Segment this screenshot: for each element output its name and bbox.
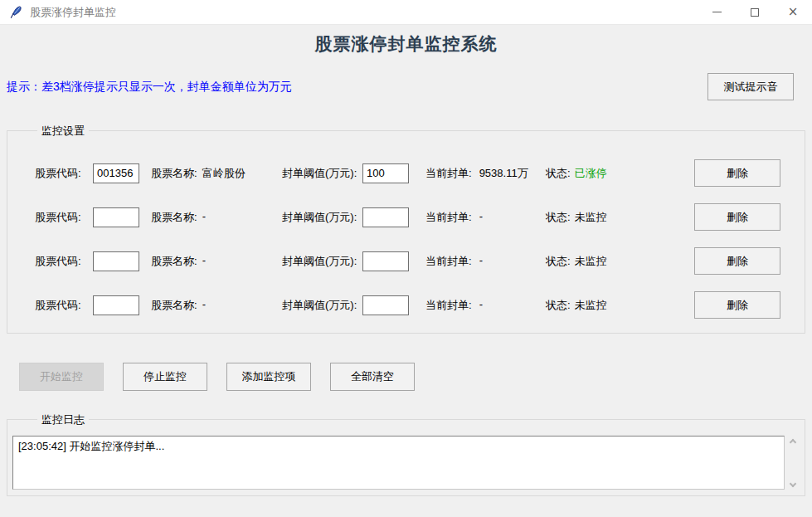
stock-code-label: 股票代码: [35,298,93,313]
monitor-log-label: 监控日志 [37,412,89,427]
monitor-row-4: 股票代码: 股票名称: - 封单阈值(万元): 当前封单: - 状态: 未监控 … [7,283,805,327]
status-value: 未监控 [575,254,607,269]
window-title: 股票涨停封单监控 [30,5,116,20]
status-field: 状态: 未监控 [546,210,607,225]
minimize-icon[interactable] [698,0,736,24]
python-feather-icon [9,6,22,19]
stop-monitor-button[interactable]: 停止监控 [123,363,207,391]
status-field: 状态: 未监控 [546,298,607,313]
status-field: 状态: 已涨停 [546,166,607,181]
current-order-label: 当前封单: [425,254,472,269]
stock-name-value: - [202,254,206,269]
status-value: 已涨停 [575,166,607,181]
close-icon[interactable]: × [774,0,812,24]
clear-all-button[interactable]: 全部清空 [330,363,415,391]
threshold-label: 封单阈值(万元): [282,254,362,269]
current-order-value: 9538.11万 [479,166,528,181]
current-order-field: 当前封单: 9538.11万 [425,166,546,181]
monitor-settings-group: 监控设置 股票代码: 股票名称: 富岭股份 封单阈值(万元): 当前封单: 95… [7,130,805,334]
stock-name-label: 股票名称: [151,166,197,181]
hint-row: 提示：差3档涨停提示只显示一次，封单金额单位为万元 测试提示音 [0,73,812,100]
stock-name-value: - [202,298,206,313]
threshold-input[interactable] [362,207,409,227]
log-scrollbar[interactable] [787,436,799,490]
stock-code-input[interactable] [93,163,139,183]
current-order-value: - [479,298,483,313]
threshold-label: 封单阈值(万元): [282,166,362,181]
stock-name-label: 股票名称: [151,210,197,225]
current-order-field: 当前封单: - [425,210,546,225]
stock-name-label: 股票名称: [151,254,197,269]
stock-name-value: 富岭股份 [202,166,246,181]
status-value: 未监控 [575,210,607,225]
stock-code-label: 股票代码: [35,166,93,181]
start-monitor-button[interactable]: 开始监控 [19,363,104,391]
stock-code-input[interactable] [93,207,139,227]
current-order-field: 当前封单: - [425,298,546,313]
stock-name-field: 股票名称: - [151,210,282,225]
status-label: 状态: [546,298,571,313]
threshold-label: 封单阈值(万元): [282,210,362,225]
threshold-label: 封单阈值(万元): [282,298,362,313]
stock-name-field: 股票名称: 富岭股份 [151,166,282,181]
page-title: 股票涨停封单监控系统 [0,32,812,56]
delete-button[interactable]: 删除 [694,203,780,231]
stock-code-input[interactable] [93,295,139,315]
stock-code-label: 股票代码: [35,254,93,269]
titlebar: 股票涨停封单监控 × [0,0,812,25]
stock-code-label: 股票代码: [35,210,93,225]
scroll-down-icon[interactable] [790,482,797,487]
monitor-row-2: 股票代码: 股票名称: - 封单阈值(万元): 当前封单: - 状态: 未监控 … [7,195,805,239]
stock-name-field: 股票名称: - [151,298,282,313]
threshold-input[interactable] [362,251,409,271]
threshold-input[interactable] [362,163,409,183]
delete-button[interactable]: 删除 [694,291,780,319]
add-monitor-item-button[interactable]: 添加监控项 [226,363,311,391]
delete-button[interactable]: 删除 [694,159,780,187]
status-label: 状态: [546,210,571,225]
current-order-label: 当前封单: [425,166,472,181]
test-sound-button[interactable]: 测试提示音 [707,73,794,100]
monitor-log-group: 监控日志 [23:05:42] 开始监控涨停封单... [7,419,805,496]
hint-text: 提示：差3档涨停提示只显示一次，封单金额单位为万元 [7,80,292,95]
scroll-up-icon[interactable] [790,438,797,443]
current-order-label: 当前封单: [425,210,472,225]
stock-name-label: 股票名称: [151,298,197,313]
log-entry: [23:05:42] 开始监控涨停封单... [18,439,779,454]
log-area: [23:05:42] 开始监控涨停封单... [12,436,799,490]
monitor-row-1: 股票代码: 股票名称: 富岭股份 封单阈值(万元): 当前封单: 9538.11… [7,151,805,195]
current-order-value: - [479,210,483,225]
current-order-value: - [479,254,483,269]
log-textarea[interactable]: [23:05:42] 开始监控涨停封单... [12,436,785,490]
status-value: 未监控 [575,298,607,313]
current-order-field: 当前封单: - [425,254,546,269]
monitor-settings-label: 监控设置 [37,124,89,139]
current-order-label: 当前封单: [425,298,472,313]
status-label: 状态: [546,166,571,181]
stock-name-field: 股票名称: - [151,254,282,269]
threshold-input[interactable] [362,295,409,315]
maximize-icon[interactable] [736,0,774,24]
delete-button[interactable]: 删除 [694,247,780,275]
action-buttons: 开始监控 停止监控 添加监控项 全部清空 [0,363,812,391]
stock-code-input[interactable] [93,251,139,271]
window-controls: × [698,0,812,24]
status-label: 状态: [546,254,571,269]
monitor-row-3: 股票代码: 股票名称: - 封单阈值(万元): 当前封单: - 状态: 未监控 … [7,239,805,283]
app-window: 股票涨停封单监控 × 股票涨停封单监控系统 提示：差3档涨停提示只显示一次，封单… [0,0,812,517]
status-field: 状态: 未监控 [546,254,607,269]
stock-name-value: - [202,210,206,225]
